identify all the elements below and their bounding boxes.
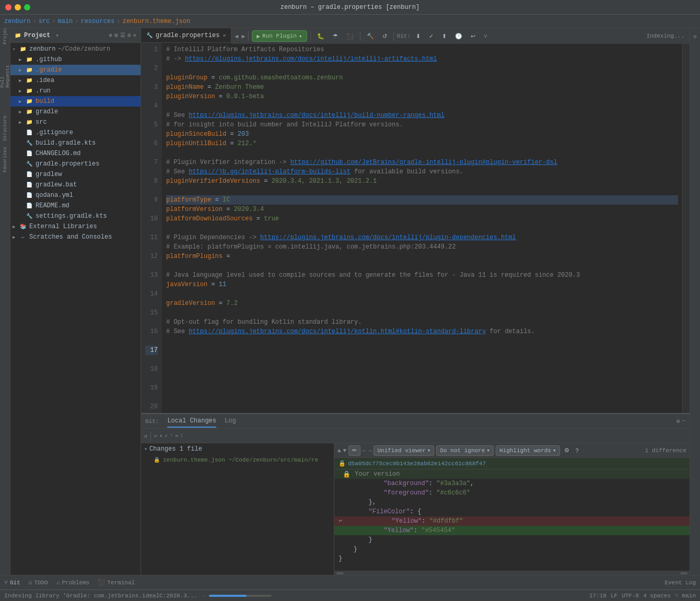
structure-icon[interactable]: Structure: [1, 124, 9, 133]
tree-root[interactable]: ▾ 📁 zenburn ~/Code/zenburn: [10, 44, 141, 54]
footer-tab-event-log[interactable]: Event Log: [665, 578, 696, 588]
git-update-button[interactable]: ⬇: [413, 30, 424, 42]
unified-viewer-dropdown[interactable]: Unified viewer ▾: [374, 445, 434, 456]
tree-gradlew-bat[interactable]: ▶ 📄 gradlew.bat: [10, 180, 141, 190]
do-not-ignore-dropdown[interactable]: Do not ignore ▾: [436, 445, 493, 456]
status-lf[interactable]: LF: [611, 593, 617, 599]
diff-line-5-removed: ↩ "Yellow": "#dfdfbf": [334, 516, 690, 526]
build-button[interactable]: 🔨: [364, 30, 377, 42]
code-line-19: platformDownloadSources = true: [166, 214, 678, 223]
tree-gradle-folder[interactable]: ▶ 📁 gradle: [10, 107, 141, 117]
tree-qodana[interactable]: ▶ 📄 qodana.yml: [10, 190, 141, 201]
git-branch-button[interactable]: ⑂: [481, 30, 491, 42]
tab-gradle-properties[interactable]: 🔧 gradle.properties ✕: [141, 28, 231, 42]
footer-tab-git[interactable]: ⑂ Git: [4, 578, 20, 588]
footer-tab-problems[interactable]: ⚠ Problems: [56, 577, 89, 588]
breadcrumb-main[interactable]: main: [57, 18, 73, 25]
debug-button[interactable]: 🐛: [314, 30, 328, 42]
tree-gradlew[interactable]: ▶ 📄 gradlew: [10, 169, 141, 180]
diff-nav-down[interactable]: ▼: [343, 447, 347, 454]
tab-local-changes[interactable]: Local Changes: [167, 415, 216, 428]
tree-changelog[interactable]: ▶ 📄 CHANGELOG.md: [10, 148, 141, 159]
tree-readme[interactable]: ▶ 📄 README.md: [10, 201, 141, 211]
status-branch[interactable]: ⑂ main: [675, 593, 696, 599]
footer-tab-terminal[interactable]: ⬛ Terminal: [98, 577, 135, 588]
diff-forward-icon[interactable]: →: [368, 447, 372, 454]
settings-gear-icon[interactable]: ⚙: [676, 418, 680, 425]
git-commit-button[interactable]: ✓: [426, 30, 437, 42]
toolbar-shelve-icon[interactable]: ⬇: [159, 433, 162, 439]
left-sidebar-icons: Project Pull Requests Structure Favorite…: [0, 28, 10, 575]
breadcrumb-file[interactable]: zenburn.theme.json: [122, 18, 190, 25]
code-line-9: # for insight into build number and Inte…: [166, 120, 678, 129]
minimize-button[interactable]: [15, 4, 21, 10]
diff-back-icon[interactable]: ←: [363, 447, 366, 454]
git-push-button[interactable]: ⬆: [439, 30, 450, 42]
gutter-bookmark-icon[interactable]: ⊡: [691, 32, 699, 41]
line-numbers: 1 2 3 4 5 6 7 8 9 10 11 12 13 14 15 16 1…: [141, 43, 162, 413]
tree-src[interactable]: ▶ 📁 src: [10, 117, 141, 127]
coverage-button[interactable]: ☂: [330, 30, 341, 42]
toolbar-undo-icon[interactable]: ↩: [154, 433, 157, 439]
tree-build-gradle[interactable]: ▶ 🔧 build.gradle.kts: [10, 138, 141, 148]
tree-build[interactable]: ▶ 📁 build: [10, 96, 141, 107]
code-editor[interactable]: 1 2 3 4 5 6 7 8 9 10 11 12 13 14 15 16 1…: [141, 43, 690, 413]
expand-icon[interactable]: ⊞: [114, 32, 118, 39]
settings-icon[interactable]: ⚙: [127, 32, 131, 39]
tree-scratches[interactable]: ▶ ✏️ Scratches and Consoles: [10, 232, 141, 242]
code-content[interactable]: # IntelliJ Platform Artifacts Repositori…: [162, 43, 682, 413]
locate-icon[interactable]: ⊕: [109, 32, 113, 39]
toolbar-jump-icon[interactable]: ↕: [180, 433, 183, 439]
pull-requests-icon[interactable]: Pull Requests: [1, 72, 9, 80]
tree-gitignore[interactable]: ▶ 📄 .gitignore: [10, 127, 141, 138]
git-history-button[interactable]: 🕐: [452, 30, 465, 42]
toolbar-commit-icon[interactable]: ✓: [165, 433, 168, 439]
tree-gradle-properties[interactable]: ▶ 🔧 gradle.properties: [10, 159, 141, 169]
window-controls[interactable]: [5, 4, 30, 10]
changes-section-header[interactable]: ▾ Changes 1 file: [141, 443, 334, 455]
changed-file-row[interactable]: 🔒 zenburn.theme.json ~/Code/zenburn/src/…: [141, 455, 334, 465]
maximize-button[interactable]: [24, 4, 30, 10]
tree-settings-gradle[interactable]: ▶ 🔧 settings.gradle.kts: [10, 211, 141, 221]
tree-gradle-orange[interactable]: ▶ 📁 .gradle: [10, 65, 141, 75]
diff-edit-button[interactable]: ✏: [348, 445, 360, 456]
run-plugin-button[interactable]: ▶ Run Plugin ▾: [252, 30, 307, 42]
minimize-panel-icon[interactable]: −: [682, 418, 685, 425]
tab-close-icon[interactable]: ✕: [223, 32, 226, 39]
diff-settings-icon[interactable]: ⚙: [562, 445, 571, 456]
status-encoding[interactable]: UTF-8: [622, 593, 639, 599]
diff-hash-row: 🔒 d5a05dc775cec9b143e28ab62e142cc61c868f…: [334, 458, 690, 469]
breadcrumb-src[interactable]: src: [39, 18, 50, 25]
toolbar-refresh-icon[interactable]: ↺: [144, 433, 147, 439]
diff-view: ▲ ▼ ✏ ← → Unified viewer ▾ Do not ignore…: [334, 443, 690, 575]
filter-icon[interactable]: ☰: [120, 32, 125, 39]
git-revert-button[interactable]: ↩: [468, 30, 479, 42]
diff-revert-arrow[interactable]: ↩: [339, 516, 342, 526]
close-button[interactable]: [5, 4, 11, 10]
diff-right-area: 1 difference: [645, 447, 686, 454]
highlight-words-dropdown[interactable]: Highlight words ▾: [496, 445, 560, 456]
project-icon[interactable]: Project: [1, 30, 9, 39]
breadcrumb-zenburn[interactable]: zenburn: [4, 18, 30, 25]
run-dropdown-icon[interactable]: ▾: [299, 33, 302, 40]
tab-log[interactable]: Log: [225, 415, 236, 428]
diff-help-icon[interactable]: ?: [574, 445, 581, 456]
stop-button[interactable]: ⬛: [343, 30, 357, 42]
footer-tab-todo[interactable]: ☑ TODO: [29, 577, 48, 588]
breadcrumb-resources[interactable]: resources: [80, 18, 114, 25]
diff-content: "background": "#3a3a3a", "foreground": "…: [334, 479, 690, 571]
rebuild-button[interactable]: ↺: [379, 30, 390, 42]
close-panel-icon[interactable]: ✕: [133, 32, 136, 39]
toolbar-diff-icon[interactable]: ⬌: [175, 433, 178, 439]
tree-run[interactable]: ▶ 📁 .run: [10, 86, 141, 96]
toolbar-push-icon[interactable]: ↑: [170, 433, 173, 439]
favorites-icon[interactable]: Favorites: [1, 156, 9, 164]
tree-external-libraries[interactable]: ▶ 📚 External Libraries: [10, 221, 141, 232]
tree-idea[interactable]: ▶ 📁 .idea: [10, 75, 141, 86]
status-indent[interactable]: 4 spaces: [643, 593, 671, 599]
toolbar-sep-3: [360, 31, 360, 41]
toolbar-arrows[interactable]: ◀ ▶: [235, 33, 245, 40]
tree-github[interactable]: ▶ 📁 .github: [10, 54, 141, 65]
diff-nav-up[interactable]: ▲: [337, 447, 341, 454]
status-position[interactable]: 17:18: [589, 593, 606, 599]
